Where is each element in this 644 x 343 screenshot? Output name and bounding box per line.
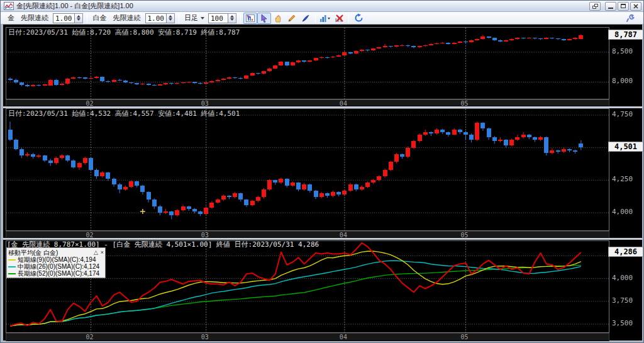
y-axis-label: 3,750 bbox=[612, 296, 633, 305]
refresh-button[interactable] bbox=[352, 13, 365, 24]
legend-collapse-button[interactable]: △ bbox=[94, 249, 98, 256]
legend-item-mid-ma: 中期線(26)(0)(SMA)(C):4,124 bbox=[8, 263, 104, 270]
y-axis-label: 8,000 bbox=[612, 77, 633, 85]
short-ma-label: 短期線(9)(0)(SMA)(C):4,194 bbox=[18, 256, 96, 263]
toolbar-separator bbox=[240, 13, 241, 23]
last-price-badge: 8,787 bbox=[608, 30, 643, 40]
hand-icon bbox=[274, 14, 282, 23]
toolbar-separator bbox=[348, 13, 349, 23]
timeframe-dropdown[interactable]: 日足 bbox=[184, 13, 204, 23]
bar-count-spin-buttons[interactable] bbox=[228, 13, 236, 23]
annotation-pen-button[interactable] bbox=[299, 13, 313, 24]
y-axis-label: 8,500 bbox=[612, 47, 633, 55]
maximize-button[interactable] bbox=[618, 2, 629, 11]
short-ma-line-swatch bbox=[8, 259, 16, 261]
gold-chart-plot[interactable] bbox=[6, 27, 609, 99]
platinum-factor-spin-buttons[interactable] bbox=[167, 13, 175, 23]
long-ma-line-swatch bbox=[8, 273, 16, 274]
bar-count-value[interactable]: 100 bbox=[208, 13, 228, 23]
spread-x-axis-strip bbox=[6, 333, 609, 341]
pan-tool-button[interactable] bbox=[271, 13, 285, 24]
gold-factor-spinner: 1.00 bbox=[53, 13, 83, 23]
gold-factor-spin-buttons[interactable] bbox=[75, 13, 83, 23]
x-axis-tick-label: 03 bbox=[201, 100, 209, 107]
legend-item-short-ma: 短期線(9)(0)(SMA)(C):4,194 bbox=[8, 256, 104, 263]
close-icon bbox=[633, 4, 638, 9]
x-axis-tick-label: 03 bbox=[201, 232, 209, 239]
settings-button[interactable] bbox=[623, 13, 637, 24]
new-window-button[interactable] bbox=[589, 2, 601, 11]
platinum-ohlc-readout: 日付:2023/05/31 始値:4,532 高値:4,557 安値:4,481… bbox=[8, 109, 240, 118]
gold-factor-value[interactable]: 1.00 bbox=[53, 13, 75, 23]
delete-chart-icon bbox=[335, 14, 344, 23]
long-ma-label: 長期線(52)(0)(SMA)(C):4,174 bbox=[18, 270, 99, 277]
refresh-icon bbox=[354, 13, 364, 23]
platinum-contract-label: 先限連続 bbox=[113, 13, 141, 23]
toolbar-separator bbox=[315, 13, 316, 23]
y-axis-label: 3,500 bbox=[612, 319, 633, 327]
title-bar: 金[先限連続]1.00 - 白金[先限連続]1.00 bbox=[1, 1, 643, 12]
platinum-factor-spinner: 1.00 bbox=[145, 13, 175, 23]
toolbar-separator bbox=[87, 13, 87, 23]
x-axis-tick-label: 02 bbox=[86, 100, 93, 107]
ma-legend: 移動平均(金 白金) △ × 短期線(9)(0)(SMA)(C):4,194 中… bbox=[6, 247, 106, 278]
platinum-x-axis-strip bbox=[6, 231, 609, 238]
x-axis-tick-label: 05 bbox=[460, 334, 468, 340]
gold-x-axis-strip bbox=[6, 99, 609, 106]
mid-ma-label: 中期線(26)(0)(SMA)(C):4,124 bbox=[18, 263, 99, 270]
gold-contract-label: 先限連続 bbox=[21, 13, 48, 23]
bar-chart-icon bbox=[319, 14, 331, 23]
platinum-factor-value[interactable]: 1.00 bbox=[145, 13, 167, 23]
timeframe-label: 日足 bbox=[184, 13, 198, 23]
chart-application-window: 金[先限連続]1.00 - 白金[先限連続]1.00 金 先限連続 1.00 白… bbox=[0, 0, 644, 343]
platinum-symbol-label: 白金 bbox=[93, 13, 107, 23]
chart-crosshair-icon bbox=[245, 13, 255, 23]
chart-type-button[interactable] bbox=[318, 13, 332, 24]
y-axis-label: 4,750 bbox=[612, 110, 633, 118]
gold-ohlc-readout: 日付:2023/05/31 始値:8,720 高値:8,800 安値:8,719… bbox=[8, 28, 240, 37]
quill-pen-icon bbox=[301, 14, 310, 23]
toolbar-separator bbox=[179, 13, 179, 23]
minimize-button[interactable] bbox=[605, 2, 616, 11]
y-axis-label: 4,000 bbox=[612, 208, 633, 216]
app-chart-icon bbox=[4, 2, 14, 10]
window-title: 金[先限連続]1.00 - 白金[先限連続]1.00 bbox=[16, 1, 589, 11]
toolbar: 金 先限連続 1.00 白金 先限連続 1.00 日足 100 bbox=[1, 12, 643, 25]
x-axis-tick-label: 02 bbox=[86, 232, 93, 239]
x-axis-tick-label: 04 bbox=[340, 232, 347, 239]
bar-count-spinner: 100 bbox=[208, 13, 236, 23]
dropdown-arrow-icon bbox=[201, 17, 204, 20]
x-axis-tick-label: 04 bbox=[340, 100, 347, 107]
clear-indicators-button[interactable] bbox=[332, 13, 346, 24]
y-axis-label: 4,000 bbox=[612, 274, 633, 282]
draw-line-button[interactable] bbox=[285, 13, 299, 24]
x-axis-tick-label: 04 bbox=[340, 334, 347, 340]
legend-title: 移動平均(金 白金) bbox=[8, 249, 58, 256]
x-axis-tick-label: 03 bbox=[201, 334, 209, 340]
wrench-icon bbox=[626, 14, 635, 23]
legend-item-long-ma: 長期線(52)(0)(SMA)(C):4,174 bbox=[8, 270, 104, 277]
gold-symbol-label: 金 bbox=[8, 13, 14, 23]
mid-ma-line-swatch bbox=[8, 266, 16, 267]
pencil-icon bbox=[287, 14, 296, 23]
cursor-arrow-icon bbox=[260, 14, 268, 23]
x-axis-tick-label: 05 bbox=[460, 232, 468, 239]
pointer-tool-button[interactable] bbox=[257, 13, 271, 24]
x-axis-tick-label: 02 bbox=[86, 334, 93, 340]
crosshair-mode-button[interactable] bbox=[243, 13, 257, 24]
x-axis-tick-label: 05 bbox=[460, 100, 468, 107]
last-price-badge: 4,501 bbox=[608, 142, 643, 152]
platinum-chart-plot[interactable] bbox=[6, 108, 609, 231]
y-axis-label: 4,250 bbox=[612, 175, 633, 183]
legend-close-button[interactable]: × bbox=[101, 249, 104, 256]
last-price-badge: 4,286 bbox=[608, 247, 643, 257]
close-button[interactable] bbox=[630, 2, 641, 11]
